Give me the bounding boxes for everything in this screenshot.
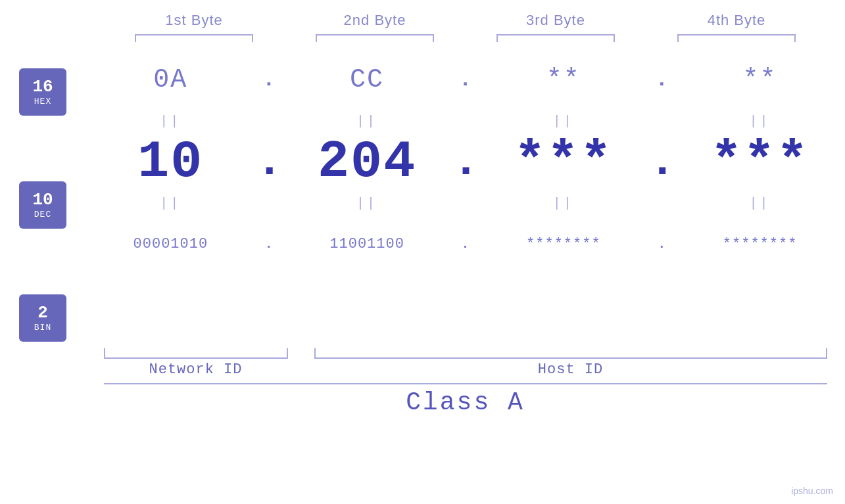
- bin-cell-4: ********: [675, 236, 845, 252]
- dec-cell-2: 204: [282, 132, 452, 192]
- network-id-bracket: [104, 348, 288, 359]
- bin-cell-2: 11001100: [282, 236, 452, 252]
- dec-badge: 10 DEC: [19, 181, 66, 229]
- hex-dot-1: .: [256, 68, 282, 92]
- bin-cell-1: 00001010: [85, 236, 256, 252]
- top-brackets: [104, 34, 827, 42]
- dec-cell-1: 10: [85, 132, 256, 192]
- hex-cell-2: CC: [282, 65, 452, 95]
- byte4-header: 4th Byte: [646, 12, 827, 29]
- dec-dot-3: .: [648, 136, 675, 188]
- hex-dot-3: .: [648, 68, 675, 92]
- bin-dot-1: .: [256, 237, 282, 252]
- host-id-label: Host ID: [314, 361, 827, 378]
- hex-badge: 16 HEX: [19, 68, 66, 116]
- bottom-labels: Network ID Host ID: [104, 361, 827, 378]
- dec-cell-4: ***: [675, 132, 845, 192]
- hex-cell-1: 0A: [85, 65, 256, 95]
- eq-2-2: ||: [282, 196, 452, 211]
- bin-dot-3: .: [648, 237, 675, 252]
- byte3-header: 3rd Byte: [466, 12, 646, 29]
- byte1-header: 1st Byte: [104, 12, 285, 29]
- eq-1-1: ||: [85, 114, 256, 129]
- watermark: ipshu.com: [791, 486, 833, 496]
- dec-cell-3: ***: [479, 132, 649, 192]
- class-bracket: [104, 383, 827, 384]
- badges-col: 16 HEX 10 DEC 2 BIN: [0, 49, 85, 342]
- eq-1-3: ||: [479, 114, 649, 129]
- eq-row-2: || || || ||: [85, 193, 845, 213]
- content-area: 16 HEX 10 DEC 2 BIN 0A . CC . ** . **: [0, 49, 845, 342]
- bin-badge: 2 BIN: [19, 294, 66, 342]
- hex-dot-2: .: [452, 68, 479, 92]
- eq-2-1: ||: [85, 196, 256, 211]
- eq-1-2: ||: [282, 114, 452, 129]
- host-id-bracket: [314, 348, 827, 359]
- byte2-header: 2nd Byte: [285, 12, 466, 29]
- byte-headers: 1st Byte 2nd Byte 3rd Byte 4th Byte: [104, 12, 827, 29]
- hex-row: 0A . CC . ** . **: [85, 49, 845, 111]
- hex-cell-4: **: [675, 65, 845, 95]
- bin-dot-2: .: [452, 237, 479, 252]
- eq-2-4: ||: [675, 196, 845, 211]
- eq-row-1: || || || ||: [85, 111, 845, 131]
- bin-row: 00001010 . 11001100 . ******** . *******…: [85, 213, 845, 275]
- dec-dot-1: .: [256, 136, 282, 188]
- main-container: 1st Byte 2nd Byte 3rd Byte 4th Byte 16 H…: [0, 0, 845, 504]
- network-id-label: Network ID: [104, 361, 288, 378]
- eq-2-3: ||: [479, 196, 649, 211]
- dec-row: 10 . 204 . *** . ***: [85, 131, 845, 193]
- hex-cell-3: **: [479, 65, 649, 95]
- bin-cell-3: ********: [479, 236, 649, 252]
- eq-1-4: ||: [675, 114, 845, 129]
- dec-dot-2: .: [452, 136, 479, 188]
- ip-rows: 0A . CC . ** . ** || || || || 10: [85, 49, 845, 342]
- bottom-brackets: [104, 348, 827, 359]
- class-label: Class A: [104, 388, 827, 417]
